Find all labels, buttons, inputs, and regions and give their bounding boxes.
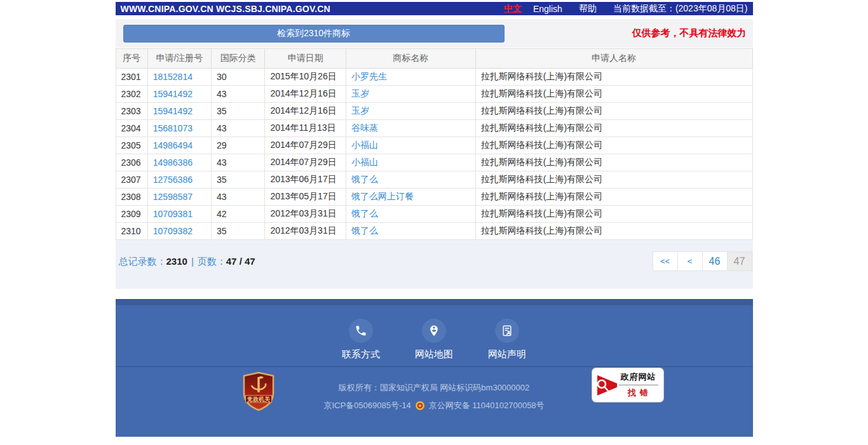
site-statement-link[interactable]: 网站声明 xyxy=(483,319,531,361)
table-header-row: 序号 申请/注册号 国际分类 申请日期 商标名称 申请人名称 xyxy=(116,49,752,69)
footer-quick-links: 联系方式 网站地图 xyxy=(116,305,753,361)
cell-apply-date: 2014年12月16日 xyxy=(265,86,346,103)
header-trademark-name: 商标名称 xyxy=(346,49,475,69)
phone-icon xyxy=(349,319,373,343)
total-records-value: 2310 xyxy=(166,256,187,267)
cell-trademark-name[interactable]: 小福山 xyxy=(346,137,475,154)
table-body: 230118152814302015年10月26日小罗先生拉扎斯网络科技(上海)… xyxy=(116,69,752,240)
cell-reg-number[interactable]: 18152814 xyxy=(147,69,211,86)
error-badge-line2: 找错 xyxy=(619,385,658,399)
cell-intl-class: 35 xyxy=(212,103,265,120)
cell-intl-class: 43 xyxy=(212,86,265,103)
record-totals: 总记录数：2310|页数：47 / 47 xyxy=(119,251,255,289)
cell-applicant-name: 拉扎斯网络科技(上海)有限公司 xyxy=(475,154,752,171)
cell-reg-number[interactable]: 12756386 xyxy=(147,171,211,189)
topbar-links: 中文 English 帮助 当前数据截至：(2023年08月08日) xyxy=(492,3,748,15)
language-chinese-link[interactable]: 中文 xyxy=(504,3,522,15)
table-row: 230910709381422012年03月31日饿了么拉扎斯网络科技(上海)有… xyxy=(116,206,752,223)
cell-trademark-name[interactable]: 饿了么 xyxy=(346,223,475,240)
table-row: 230415681073432014年11月13日谷味蒸拉扎斯网络科技(上海)有… xyxy=(116,120,752,137)
cell-applicant-name: 拉扎斯网络科技(上海)有限公司 xyxy=(475,120,752,137)
table-row: 230614986386432014年07月29日小福山拉扎斯网络科技(上海)有… xyxy=(116,154,752,171)
cell-reg-number[interactable]: 15941492 xyxy=(147,103,211,120)
cell-trademark-name[interactable]: 谷味蒸 xyxy=(346,120,475,137)
pagination-section: 总记录数：2310|页数：47 / 47 << < 46 47 xyxy=(116,240,753,289)
footer-divider xyxy=(116,366,753,367)
cell-serial: 2310 xyxy=(116,223,147,240)
gov-error-report-badge[interactable]: 政府网站 找错 xyxy=(592,368,663,402)
cell-reg-number[interactable]: 14986494 xyxy=(147,137,211,154)
table-row: 230812598587432013年05月17日饿了么网上订餐拉扎斯网络科技(… xyxy=(116,189,752,206)
contact-link[interactable]: 联系方式 xyxy=(337,319,385,361)
cell-serial: 2301 xyxy=(116,69,147,86)
table-row: 230712756386352013年06月17日饿了么拉扎斯网络科技(上海)有… xyxy=(116,171,752,189)
data-cutoff-date: 当前数据截至：(2023年08月08日) xyxy=(613,3,748,15)
cell-applicant-name: 拉扎斯网络科技(上海)有限公司 xyxy=(475,171,752,189)
header-apply-date: 申请日期 xyxy=(265,49,346,69)
cell-intl-class: 35 xyxy=(212,223,265,240)
error-badge-line1: 政府网站 xyxy=(619,371,658,385)
table-row: 230514986494292014年07月29日小福山拉扎斯网络科技(上海)有… xyxy=(116,137,752,154)
header-serial: 序号 xyxy=(116,49,147,69)
cell-apply-date: 2014年11月13日 xyxy=(265,120,346,137)
cell-apply-date: 2012年03月31日 xyxy=(265,223,346,240)
cell-trademark-name[interactable]: 小罗先生 xyxy=(346,69,475,86)
language-english-link[interactable]: English xyxy=(533,4,562,14)
help-link[interactable]: 帮助 xyxy=(579,3,597,15)
cell-serial: 2303 xyxy=(116,103,147,120)
cell-serial: 2305 xyxy=(116,137,147,154)
pager: << < 46 47 xyxy=(653,251,752,289)
site-urls: WWW.CNIPA.GOV.CN WCJS.SBJ.CNIPA.GOV.CN xyxy=(121,4,330,14)
cell-trademark-name[interactable]: 饿了么 xyxy=(346,206,475,223)
page-46-button[interactable]: 46 xyxy=(702,251,728,271)
cell-intl-class: 30 xyxy=(212,69,265,86)
magnifier-flag-icon xyxy=(595,373,619,397)
cell-reg-number[interactable]: 10709382 xyxy=(147,223,211,240)
cell-applicant-name: 拉扎斯网络科技(上海)有限公司 xyxy=(475,223,752,240)
cell-reg-number[interactable]: 15681073 xyxy=(147,120,211,137)
previous-page-button[interactable]: < xyxy=(677,251,703,271)
cell-serial: 2309 xyxy=(116,206,147,223)
sitemap-link[interactable]: 网站地图 xyxy=(410,319,458,361)
icp-number: 京ICP备05069085号-14 xyxy=(323,400,410,411)
page-container: WWW.CNIPA.GOV.CN WCJS.SBJ.CNIPA.GOV.CN 中… xyxy=(116,2,753,437)
result-count-button[interactable]: 检索到2310件商标 xyxy=(123,25,505,43)
header-applicant-name: 申请人名称 xyxy=(475,49,752,69)
trademark-results-table: 序号 申请/注册号 国际分类 申请日期 商标名称 申请人名称 230118152… xyxy=(116,48,753,240)
footer-top-strip xyxy=(116,299,753,305)
cell-applicant-name: 拉扎斯网络科技(上海)有限公司 xyxy=(475,189,752,206)
legal-disclaimer-text: 仅供参考，不具有法律效力 xyxy=(632,27,747,39)
cell-applicant-name: 拉扎斯网络科技(上海)有限公司 xyxy=(475,103,752,120)
sitemap-link-label: 网站地图 xyxy=(410,349,458,361)
total-records-label: 总记录数： xyxy=(119,256,166,267)
cell-trademark-name[interactable]: 小福山 xyxy=(346,154,475,171)
cell-apply-date: 2014年12月16日 xyxy=(265,103,346,120)
police-record-number: 京公网安备 11040102700058号 xyxy=(429,400,545,411)
cell-applicant-name: 拉扎斯网络科技(上海)有限公司 xyxy=(475,86,752,103)
page-47-current-button[interactable]: 47 xyxy=(727,251,752,271)
contact-link-label: 联系方式 xyxy=(337,349,385,361)
cell-applicant-name: 拉扎斯网络科技(上海)有限公司 xyxy=(475,69,752,86)
first-page-button[interactable]: << xyxy=(653,251,678,271)
cell-apply-date: 2013年06月17日 xyxy=(265,171,346,189)
cell-trademark-name[interactable]: 玉岁 xyxy=(346,86,475,103)
cell-trademark-name[interactable]: 饿了么网上订餐 xyxy=(346,189,475,206)
cell-intl-class: 29 xyxy=(212,137,265,154)
cell-reg-number[interactable]: 10709381 xyxy=(147,206,211,223)
table-row: 230118152814302015年10月26日小罗先生拉扎斯网络科技(上海)… xyxy=(116,69,752,86)
cell-intl-class: 42 xyxy=(212,206,265,223)
top-bar: WWW.CNIPA.GOV.CN WCJS.SBJ.CNIPA.GOV.CN 中… xyxy=(116,2,753,15)
cell-trademark-name[interactable]: 饿了么 xyxy=(346,171,475,189)
cell-reg-number[interactable]: 14986386 xyxy=(147,154,211,171)
cell-reg-number[interactable]: 15941492 xyxy=(147,86,211,103)
cell-reg-number[interactable]: 12598587 xyxy=(147,189,211,206)
table-row: 231010709382352012年03月31日饿了么拉扎斯网络科技(上海)有… xyxy=(116,223,752,240)
cell-serial: 2304 xyxy=(116,120,147,137)
cell-trademark-name[interactable]: 玉岁 xyxy=(346,103,475,120)
result-notice-bar: 检索到2310件商标 仅供参考，不具有法律效力 xyxy=(116,19,753,48)
totals-separator: | xyxy=(191,256,194,267)
cell-intl-class: 35 xyxy=(212,171,265,189)
map-person-icon xyxy=(422,319,446,343)
header-reg-number: 申请/注册号 xyxy=(147,49,211,69)
table-row: 230315941492352014年12月16日玉岁拉扎斯网络科技(上海)有限… xyxy=(116,103,752,120)
